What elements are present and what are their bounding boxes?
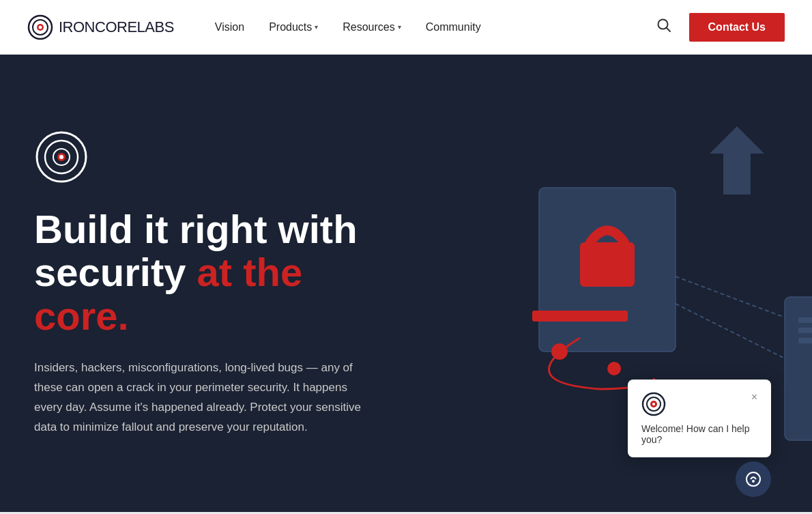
- svg-point-12: [607, 362, 621, 375]
- svg-marker-6: [710, 126, 764, 195]
- svg-point-41: [652, 403, 655, 405]
- hero-title: Build it right with security at the core…: [34, 208, 375, 338]
- nav-vision[interactable]: Vision: [215, 21, 244, 33]
- hero-subtitle: Insiders, hackers, misconfigurations, lo…: [34, 358, 375, 438]
- nav-community[interactable]: Community: [426, 21, 481, 33]
- svg-point-42: [746, 472, 760, 486]
- resources-chevron-icon: ▾: [398, 23, 401, 31]
- site-header: IRONCORELABS Vision Products ▾ Resources…: [0, 0, 812, 55]
- svg-rect-10: [532, 311, 628, 322]
- chat-popup-header: ×: [641, 392, 757, 416]
- header-right: Contact Us: [652, 13, 785, 42]
- svg-rect-20: [798, 317, 812, 323]
- svg-line-31: [676, 276, 785, 317]
- logo-link[interactable]: IRONCORELABS: [27, 14, 174, 40]
- hero-section: ⇅: [0, 55, 812, 512]
- svg-point-43: [752, 480, 755, 483]
- logo-text: IRONCORELABS: [59, 18, 174, 36]
- svg-rect-21: [798, 328, 812, 333]
- chat-bubble-button[interactable]: [736, 461, 771, 497]
- chat-bubble-icon: [744, 470, 763, 489]
- hero-logo-icon: [34, 130, 89, 184]
- nav-products[interactable]: Products ▾: [269, 21, 318, 33]
- logo-icon: [27, 14, 53, 40]
- svg-rect-9: [580, 242, 635, 287]
- chat-welcome-message: Welcome! How can I help you?: [641, 423, 757, 445]
- main-nav: Vision Products ▾ Resources ▾ Community: [215, 21, 652, 33]
- svg-point-3: [39, 25, 42, 29]
- search-button[interactable]: [652, 14, 676, 40]
- nav-resources[interactable]: Resources ▾: [343, 21, 401, 33]
- hero-content: Build it right with security at the core…: [0, 75, 409, 492]
- svg-rect-22: [798, 338, 812, 343]
- products-chevron-icon: ▾: [315, 23, 318, 31]
- svg-point-37: [59, 155, 63, 159]
- chat-popup: × Welcome! How can I help you?: [628, 380, 771, 457]
- contact-us-button[interactable]: Contact Us: [689, 13, 785, 42]
- chat-popup-logo-icon: [641, 392, 666, 416]
- chat-close-button[interactable]: ×: [751, 392, 757, 403]
- search-icon: [656, 18, 671, 33]
- svg-line-5: [666, 28, 670, 32]
